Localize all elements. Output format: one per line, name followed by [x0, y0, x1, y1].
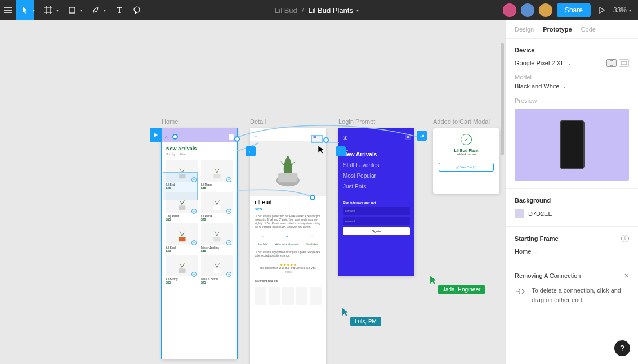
prototype-node[interactable] — [172, 134, 178, 140]
frame-tool-chevron[interactable]: ▾ — [56, 8, 63, 13]
device-section-title: Device — [515, 47, 629, 53]
device-preview — [515, 109, 629, 181]
team-name[interactable]: Lil Bud — [275, 6, 297, 15]
svg-rect-12 — [621, 61, 627, 65]
background-value[interactable]: D7D2EE — [528, 210, 552, 217]
avatar-3[interactable] — [539, 3, 552, 17]
hamburger-menu[interactable] — [0, 0, 16, 20]
prototype-arrow-target[interactable]: ⇥ — [417, 131, 427, 141]
preview-label: Preview — [515, 97, 629, 104]
model-value: Black and White — [515, 83, 559, 89]
starting-frame-dropdown[interactable]: Home ⌄ — [515, 248, 629, 255]
model-label: Model — [515, 74, 629, 80]
tip-card: Removing A Connection × To delete a conn… — [506, 263, 638, 312]
text-tool[interactable]: T — [110, 0, 128, 20]
zoom-value: 33% — [613, 6, 627, 14]
prototype-node[interactable] — [310, 195, 315, 200]
model-dropdown[interactable]: Black and White ⌄ — [515, 83, 629, 89]
zoom-dropdown[interactable]: 33% ▾ — [613, 6, 631, 14]
multiplayer-cursor-luis — [342, 308, 350, 318]
frame-tool[interactable] — [39, 0, 57, 20]
multiplayer-cursor-jada — [430, 276, 438, 286]
starting-frame-value: Home — [515, 248, 531, 255]
avatar-1[interactable] — [503, 3, 516, 17]
orientation-portrait[interactable] — [606, 59, 617, 67]
canvas[interactable]: Home ⌕ ☰ New Arrivals Sort by Filter +Li… — [0, 20, 505, 364]
tip-text: To delete a connection, click and drag o… — [532, 286, 629, 304]
multiplayer-label-jada: Jada, Engineer — [438, 285, 485, 294]
present-button[interactable] — [595, 0, 609, 20]
prototype-connections — [0, 20, 505, 364]
pen-tool[interactable] — [87, 0, 105, 20]
panel-tabs: Design Prototype Code — [506, 20, 638, 39]
avatar-2[interactable] — [521, 3, 534, 17]
svg-rect-0 — [69, 7, 75, 13]
disconnect-icon — [515, 286, 526, 297]
info-icon[interactable]: i — [621, 235, 629, 242]
file-chevron[interactable]: ▾ — [356, 8, 363, 13]
move-tool-chevron[interactable]: ▾ — [33, 8, 39, 13]
background-section-title: Background — [515, 197, 629, 204]
user-cursor — [318, 145, 325, 156]
prototype-node[interactable] — [234, 136, 240, 142]
move-tool[interactable] — [16, 0, 34, 20]
prototype-hotspot[interactable] — [163, 172, 198, 200]
tip-title: Removing A Connection — [515, 272, 581, 279]
multiplayer-label-luis: Luis, PM — [350, 317, 381, 326]
shape-tool-chevron[interactable]: ▾ — [80, 8, 87, 13]
properties-panel: Design Prototype Code Device Google Pixe… — [505, 20, 638, 364]
chevron-down-icon: ⌄ — [563, 84, 566, 89]
prototype-node[interactable] — [323, 137, 329, 143]
tab-prototype[interactable]: Prototype — [543, 26, 572, 38]
file-name[interactable]: Lil Bud Plants — [308, 6, 353, 15]
top-toolbar: ▾ ▾ ▾ ▾ T Lil Bud / Lil Bud Plants ▾ Sha… — [0, 0, 638, 20]
shape-tool[interactable] — [63, 0, 81, 20]
help-button[interactable]: ? — [614, 340, 630, 356]
comment-tool[interactable] — [128, 0, 146, 20]
prototype-hotspot[interactable] — [311, 135, 323, 143]
chevron-down-icon: ⌄ — [534, 249, 538, 254]
breadcrumb-separator: / — [302, 6, 304, 15]
chevron-down-icon: ⌄ — [568, 61, 572, 66]
tip-close-icon[interactable]: × — [624, 271, 629, 280]
share-button[interactable]: Share — [557, 3, 591, 17]
prototype-arrow-back[interactable]: ← — [336, 146, 346, 156]
starting-frame-title: Starting Frame — [515, 235, 559, 242]
tab-design[interactable]: Design — [515, 26, 534, 38]
phone-mockup — [560, 120, 585, 169]
prototype-arrow-back[interactable]: ← — [246, 146, 256, 156]
orientation-landscape[interactable] — [619, 59, 629, 67]
device-dropdown[interactable]: Google Pixel 2 XL ⌄ — [515, 60, 572, 66]
svg-rect-11 — [610, 60, 613, 66]
pen-tool-chevron[interactable]: ▾ — [104, 8, 110, 13]
tab-code[interactable]: Code — [581, 26, 596, 38]
background-swatch[interactable] — [515, 209, 524, 218]
device-value: Google Pixel 2 XL — [515, 60, 564, 66]
